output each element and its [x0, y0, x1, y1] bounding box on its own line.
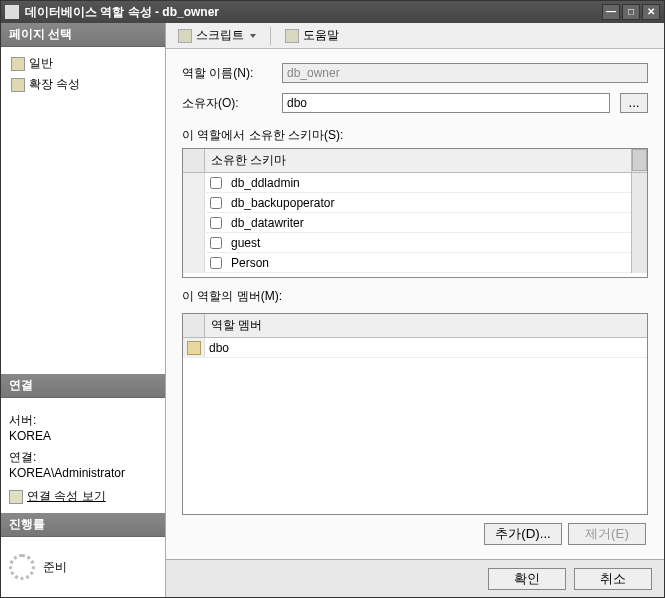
row-header: [183, 193, 205, 212]
schema-checkbox-cell: [205, 197, 227, 209]
add-member-button[interactable]: 추가(D)...: [484, 523, 562, 545]
title-bar[interactable]: 데이터베이스 역할 속성 - db_owner — □ ✕: [1, 1, 664, 23]
sidebar: 페이지 선택 일반 확장 속성 연결 서버: KOREA 연결: KOREA\A…: [1, 23, 166, 597]
sidebar-item-label: 확장 속성: [29, 76, 80, 93]
maximize-button[interactable]: □: [622, 4, 640, 20]
row-header: [183, 233, 205, 252]
connection-value: KOREA\Administrator: [9, 466, 157, 480]
dialog-body: 페이지 선택 일반 확장 속성 연결 서버: KOREA 연결: KOREA\A…: [1, 23, 664, 597]
schema-row[interactable]: guest: [183, 233, 631, 253]
member-buttons-row: 추가(D)... 제거(E): [182, 515, 648, 553]
minimize-button[interactable]: —: [602, 4, 620, 20]
remove-member-button: 제거(E): [568, 523, 646, 545]
schema-row[interactable]: Person: [183, 253, 631, 273]
schema-name-cell: db_backupoperator: [227, 196, 631, 210]
owner-browse-button[interactable]: ...: [620, 93, 648, 113]
scrollbar-thumb[interactable]: [632, 149, 647, 171]
sidebar-item-label: 일반: [29, 55, 53, 72]
grid-header-row: 역할 멤버: [183, 314, 647, 338]
connection-panel: 서버: KOREA 연결: KOREA\Administrator 연결 속성 …: [1, 398, 165, 513]
grid-scrollbar-body[interactable]: [631, 173, 647, 273]
schema-name-cell: Person: [227, 256, 631, 270]
schema-checkbox-cell: [205, 257, 227, 269]
window-title: 데이터베이스 역할 속성 - db_owner: [25, 4, 219, 21]
schema-checkbox-cell: [205, 217, 227, 229]
row-header: [183, 338, 205, 357]
help-button[interactable]: 도움말: [279, 25, 345, 46]
form-area: 역할 이름(N): 소유자(O): ... 이 역할에서 소유한 스키마(S):…: [166, 49, 664, 559]
schemas-rows: db_ddladmindb_backupoperatordb_datawrite…: [183, 173, 631, 273]
app-icon: [5, 5, 19, 19]
page-icon: [11, 57, 25, 71]
schema-checkbox[interactable]: [210, 257, 222, 269]
grid-header-row: 소유한 스키마: [183, 149, 647, 173]
role-name-row: 역할 이름(N):: [182, 63, 648, 83]
button-label: 스크립트: [196, 27, 244, 44]
schema-row[interactable]: db_backupoperator: [183, 193, 631, 213]
pages-header: 페이지 선택: [1, 23, 165, 47]
main-panel: 스크립트 도움말 역할 이름(N): 소유자(O): ...: [166, 23, 664, 597]
link-label: 연결 속성 보기: [27, 488, 106, 505]
members-column-header[interactable]: 역할 멤버: [205, 314, 647, 337]
schema-checkbox[interactable]: [210, 217, 222, 229]
members-grid: 역할 멤버 dbo: [182, 313, 648, 515]
role-name-label: 역할 이름(N):: [182, 65, 272, 82]
grid-corner: [183, 149, 205, 172]
schema-checkbox[interactable]: [210, 197, 222, 209]
schemas-grid: 소유한 스키마 db_ddladmindb_backupoperatordb_d…: [182, 148, 648, 278]
dialog-window: 데이터베이스 역할 속성 - db_owner — □ ✕ 페이지 선택 일반 …: [0, 0, 665, 598]
row-header: [183, 173, 205, 192]
role-name-input: [282, 63, 648, 83]
properties-icon: [9, 490, 23, 504]
schema-checkbox[interactable]: [210, 237, 222, 249]
view-connection-properties-link[interactable]: 연결 속성 보기: [9, 488, 157, 505]
owner-row: 소유자(O): ...: [182, 93, 648, 113]
schema-checkbox-cell: [205, 177, 227, 189]
member-name-cell: dbo: [205, 341, 647, 355]
schema-name-cell: db_ddladmin: [227, 176, 631, 190]
sidebar-item-general[interactable]: 일반: [7, 53, 159, 74]
members-section-label: 이 역할의 멤버(M):: [182, 288, 648, 305]
schema-checkbox[interactable]: [210, 177, 222, 189]
owner-label: 소유자(O):: [182, 95, 272, 112]
grid-corner: [183, 314, 205, 337]
schema-name-cell: guest: [227, 236, 631, 250]
sidebar-item-extended-properties[interactable]: 확장 속성: [7, 74, 159, 95]
row-header: [183, 253, 205, 272]
close-button[interactable]: ✕: [642, 4, 660, 20]
button-label: 도움말: [303, 27, 339, 44]
schema-row[interactable]: db_datawriter: [183, 213, 631, 233]
progress-header: 진행률: [1, 513, 165, 537]
pages-list: 일반 확장 속성: [1, 47, 165, 374]
schema-checkbox-cell: [205, 237, 227, 249]
ok-button[interactable]: 확인: [488, 568, 566, 590]
server-label: 서버:: [9, 412, 157, 429]
owner-input[interactable]: [282, 93, 610, 113]
script-icon: [178, 29, 192, 43]
schema-row[interactable]: db_ddladmin: [183, 173, 631, 193]
page-icon: [11, 78, 25, 92]
user-icon: [187, 341, 201, 355]
toolbar: 스크립트 도움말: [166, 23, 664, 49]
progress-panel: 준비: [1, 537, 165, 597]
progress-spinner-icon: [9, 554, 35, 580]
dialog-footer: 확인 취소: [166, 559, 664, 597]
help-icon: [285, 29, 299, 43]
chevron-down-icon: [250, 34, 256, 38]
server-value: KOREA: [9, 429, 157, 443]
toolbar-separator: [270, 27, 271, 45]
schemas-column-header[interactable]: 소유한 스키마: [205, 149, 631, 172]
script-button[interactable]: 스크립트: [172, 25, 262, 46]
member-row[interactable]: dbo: [183, 338, 647, 358]
connection-header: 연결: [1, 374, 165, 398]
cancel-button[interactable]: 취소: [574, 568, 652, 590]
members-rows: dbo: [183, 338, 647, 514]
grid-scrollbar[interactable]: [631, 149, 647, 172]
schemas-section-label: 이 역할에서 소유한 스키마(S):: [182, 127, 648, 144]
row-header: [183, 213, 205, 232]
schema-name-cell: db_datawriter: [227, 216, 631, 230]
progress-status: 준비: [43, 559, 67, 576]
connection-label: 연결:: [9, 449, 157, 466]
